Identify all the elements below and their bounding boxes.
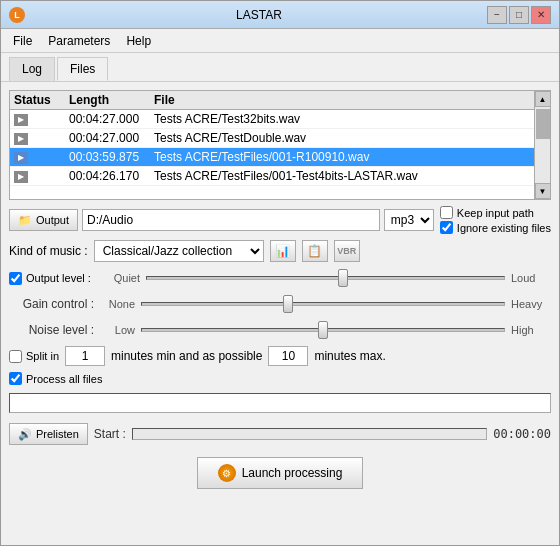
split-in-checkbox[interactable] [9, 350, 22, 363]
noise-level-label: Noise level : [9, 323, 94, 337]
output-section: 📁 Output mp3 wav flac [9, 209, 434, 231]
process-all-checkbox[interactable] [9, 372, 22, 385]
process-all-row: Process all files [9, 372, 551, 385]
gain-control-track [141, 294, 505, 314]
file-list-body[interactable]: ▶ 00:04:27.000 Tests ACRE/Test32bits.wav… [10, 110, 550, 196]
output-level-track [146, 268, 505, 288]
split-mid-label: minutes min and as possible [111, 349, 262, 363]
speaker-icon: 🔊 [18, 428, 32, 441]
process-all-checkbox-label[interactable]: Process all files [9, 372, 102, 385]
main-window: L LASTAR − □ ✕ File Parameters Help Log … [0, 0, 560, 546]
right-checkboxes: Keep input path Ignore existing files [440, 206, 551, 234]
folder-icon: 📁 [18, 214, 32, 227]
file-name: Tests ACRE/TestFiles/001-R100910.wav [154, 150, 532, 164]
scroll-up-button[interactable]: ▲ [535, 91, 551, 107]
gain-control-label: Gain control : [9, 297, 94, 311]
noise-level-min-label: Low [100, 324, 135, 336]
menu-bar: File Parameters Help [1, 29, 559, 53]
launch-icon: ⚙ [218, 464, 236, 482]
output-level-min-label: Quiet [105, 272, 140, 284]
output-level-row: Output level : Quiet Loud [9, 268, 551, 288]
output-level-slider[interactable] [146, 276, 505, 280]
output-level-checkbox-label[interactable]: Output level : [9, 272, 99, 285]
keep-input-path-label[interactable]: Keep input path [440, 206, 551, 219]
menu-help[interactable]: Help [118, 32, 159, 50]
output-level-max-label: Loud [511, 272, 551, 284]
file-name: Tests ACRE/TestFiles/001-Test4bits-LASTA… [154, 169, 532, 183]
kind-of-music-row: Kind of music : Classical/Jazz collectio… [9, 240, 551, 262]
tab-log[interactable]: Log [9, 57, 55, 81]
split-in-row: Split in minutes min and as possible min… [9, 346, 551, 366]
tab-files[interactable]: Files [57, 57, 108, 81]
file-icon: ▶ [14, 169, 69, 183]
tab-bar: Log Files [1, 53, 559, 82]
kind-of-music-label: Kind of music : [9, 244, 88, 258]
kind-copy-button[interactable]: 📋 [302, 240, 328, 262]
table-row[interactable]: ▶ 00:03:59.875 Tests ACRE/TestFiles/001-… [10, 148, 550, 167]
kind-of-music-select[interactable]: Classical/Jazz collection Rock/Pop Elect… [94, 240, 264, 262]
col-header-file: File [154, 93, 546, 107]
menu-file[interactable]: File [5, 32, 40, 50]
launch-button[interactable]: ⚙ Launch processing [197, 457, 364, 489]
start-label: Start : [94, 427, 126, 441]
kind-info-button[interactable]: VBR [334, 240, 360, 262]
file-length: 00:04:26.170 [69, 169, 154, 183]
keep-input-path-checkbox[interactable] [440, 206, 453, 219]
launch-area: ⚙ Launch processing [9, 453, 551, 495]
file-icon: ▶ [14, 112, 69, 126]
content-area: Status Length File ▶ 00:04:27.000 Tests … [1, 82, 559, 545]
window-controls: − □ ✕ [487, 6, 551, 24]
restore-button[interactable]: □ [509, 6, 529, 24]
window-title: LASTAR [31, 8, 487, 22]
scroll-thumb[interactable] [536, 109, 550, 139]
col-header-status: Status [14, 93, 69, 107]
kind-edit-button[interactable]: 📊 [270, 240, 296, 262]
file-icon: ▶ [14, 131, 69, 145]
gain-control-max-label: Heavy [511, 298, 551, 310]
file-list-container: Status Length File ▶ 00:04:27.000 Tests … [9, 90, 551, 200]
scrollbar[interactable]: ▲ ▼ [534, 91, 550, 199]
start-track[interactable] [132, 428, 487, 440]
close-button[interactable]: ✕ [531, 6, 551, 24]
file-length: 00:04:27.000 [69, 131, 154, 145]
menu-parameters[interactable]: Parameters [40, 32, 118, 50]
noise-level-track [141, 320, 505, 340]
output-row: 📁 Output mp3 wav flac Keep input path Ig [9, 206, 551, 234]
file-length: 00:04:27.000 [69, 112, 154, 126]
table-row[interactable]: ▶ 00:04:26.170 Tests ACRE/TestFiles/001-… [10, 167, 550, 186]
split-min-input[interactable] [65, 346, 105, 366]
scroll-down-button[interactable]: ▼ [535, 183, 551, 199]
title-bar: L LASTAR − □ ✕ [1, 1, 559, 29]
noise-level-row: Noise level : Low High [9, 320, 551, 340]
output-level-checkbox[interactable] [9, 272, 22, 285]
prelisten-button[interactable]: 🔊 Prelisten [9, 423, 88, 445]
format-select[interactable]: mp3 wav flac [384, 209, 434, 231]
output-button[interactable]: 📁 Output [9, 209, 78, 231]
col-header-length: Length [69, 93, 154, 107]
ignore-existing-label[interactable]: Ignore existing files [440, 221, 551, 234]
output-path-input[interactable] [82, 209, 380, 231]
ignore-existing-checkbox[interactable] [440, 221, 453, 234]
split-max-input[interactable] [268, 346, 308, 366]
file-name: Tests ACRE/TestDouble.wav [154, 131, 532, 145]
table-row[interactable]: ▶ 00:04:27.000 Tests ACRE/TestDouble.wav [10, 129, 550, 148]
file-name: Tests ACRE/Test32bits.wav [154, 112, 532, 126]
progress-bar [9, 393, 551, 413]
gain-control-row: Gain control : None Heavy [9, 294, 551, 314]
table-row[interactable]: ▶ 00:04:27.000 Tests ACRE/Test32bits.wav [10, 110, 550, 129]
noise-level-slider[interactable] [141, 328, 505, 332]
gain-control-slider[interactable] [141, 302, 505, 306]
split-in-checkbox-label[interactable]: Split in [9, 350, 59, 363]
minimize-button[interactable]: − [487, 6, 507, 24]
file-icon: ▶ [14, 150, 69, 164]
file-length: 00:03:59.875 [69, 150, 154, 164]
file-list-header: Status Length File [10, 91, 550, 110]
noise-level-max-label: High [511, 324, 551, 336]
gain-control-min-label: None [100, 298, 135, 310]
app-icon: L [9, 7, 25, 23]
bottom-bar: 🔊 Prelisten Start : 00:00:00 [9, 421, 551, 447]
split-max-label: minutes max. [314, 349, 385, 363]
time-display: 00:00:00 [493, 427, 551, 441]
